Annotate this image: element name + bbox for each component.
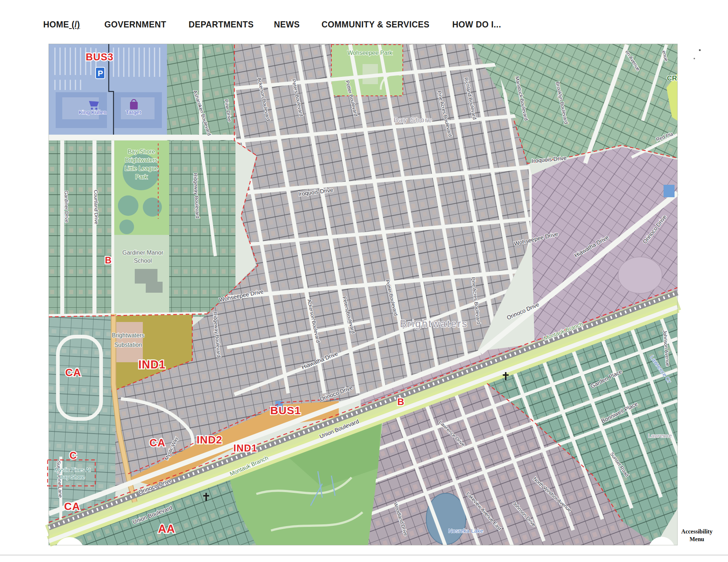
zone-label-aa: AA	[158, 522, 175, 535]
street-label-gardiner-drive: Gardiner Drive	[63, 191, 70, 223]
place-label-brightwaters: Brightwaters	[400, 318, 468, 329]
parking-icon-letter: P	[98, 69, 103, 78]
nav-item-how-do-i[interactable]: HOW DO I...	[452, 20, 501, 30]
ballfield-3	[143, 198, 162, 217]
scan-speck-2	[694, 58, 695, 59]
page: HOME (/) GOVERNMENT DEPARTMENTS NEWS COM…	[0, 0, 728, 562]
zone-label-b-left: B	[105, 255, 112, 265]
gardiner-manor-school	[113, 235, 169, 317]
zone-label-ca-3: CA	[64, 501, 80, 512]
king-kullen-roof	[62, 97, 99, 119]
zone-label-ca-1: CA	[65, 367, 81, 378]
place-label-ll-line1: Bay Shore	[128, 149, 155, 155]
place-label-wohseepee-park: Wohseepee Park	[348, 50, 393, 56]
pond-outline	[618, 257, 662, 293]
school-building-1	[135, 269, 157, 284]
nav-home-suffix: (/)	[69, 20, 80, 29]
school-building-2	[146, 282, 163, 293]
zone-label-cr: CR	[667, 74, 677, 82]
zone-label-ind1-main: IND1	[138, 358, 166, 371]
zoning-map: P Gardiner Drive Courtland Drive Ridgewa…	[0, 0, 728, 562]
place-label-brightwaters-sub1: Brightwaters	[112, 332, 145, 338]
place-label-target: Target	[126, 109, 141, 115]
nav-home-label: HOME	[43, 20, 69, 29]
place-label-ll-line4: Park	[135, 174, 148, 180]
place-label-bay-shore: Bay Shore	[394, 116, 433, 124]
water-label-nosreka-lake: Nosreka Lake	[448, 528, 483, 534]
place-label-mystic-pines-2: Bay Shore	[60, 474, 85, 480]
nav-item-news[interactable]: NEWS	[274, 20, 300, 30]
accessibility-menu-line2: Menu	[673, 536, 721, 543]
nav-item-government[interactable]: GOVERNMENT	[104, 20, 166, 30]
blue-parcel-east	[664, 185, 675, 197]
nav-item-community-services[interactable]: COMMUNITY & SERVICES	[322, 20, 430, 30]
street-label-courtland-drive: Courtland Drive	[93, 190, 99, 224]
place-label-brightwaters-sub2: Substation	[114, 342, 142, 348]
place-label-king-kullen: King Kullen	[79, 109, 107, 115]
place-label-ll-line3: Little League	[125, 165, 158, 172]
ballfield-2	[118, 195, 138, 216]
zone-label-ind1-small: IND1	[233, 443, 257, 454]
place-label-school: School	[134, 258, 152, 264]
zone-label-c: C	[70, 450, 77, 461]
place-label-ll-line2: Brightwaters	[125, 157, 158, 163]
place-label-lawrence: Lawrence	[648, 432, 672, 439]
accessibility-menu-line1: Accessibility	[673, 528, 721, 536]
nosreka-lake	[426, 493, 466, 544]
nav-item-home[interactable]: HOME (/)	[43, 20, 80, 30]
place-label-gardiner-manor: Gardiner Manor	[122, 250, 164, 256]
zone-label-bus3: BUS3	[86, 52, 114, 63]
ballfield-4	[119, 220, 134, 234]
parking-icon: P	[96, 67, 105, 79]
zone-label-ca-2: CA	[149, 437, 166, 449]
page-bottom-divider	[0, 555, 728, 555]
map-button-right[interactable]	[649, 537, 675, 562]
accessibility-menu[interactable]: Accessibility Menu	[673, 528, 721, 543]
nav-item-departments[interactable]: DEPARTMENTS	[189, 20, 254, 30]
place-label-mystic-pines-1: Mystic Pines At	[55, 467, 90, 473]
zone-label-b-right: B	[397, 396, 405, 407]
zone-label-ind2: IND2	[197, 434, 222, 446]
scan-speck-1	[699, 49, 701, 51]
zone-label-bus1: BUS1	[270, 404, 301, 416]
top-navigation: HOME (/) GOVERNMENT DEPARTMENTS NEWS COM…	[0, 0, 728, 35]
